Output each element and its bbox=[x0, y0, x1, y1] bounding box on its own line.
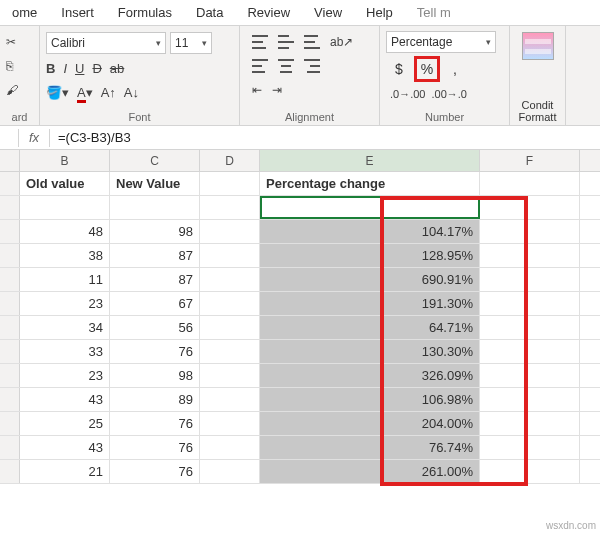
col-header-f[interactable]: F bbox=[480, 150, 580, 171]
cell-new[interactable]: 98 bbox=[110, 364, 200, 387]
cell[interactable] bbox=[480, 292, 580, 315]
cell[interactable] bbox=[480, 412, 580, 435]
cell-old[interactable]: 43 bbox=[20, 436, 110, 459]
cell-old[interactable]: 21 bbox=[20, 460, 110, 483]
cell[interactable] bbox=[480, 220, 580, 243]
cell-pct[interactable]: 64.71% bbox=[260, 316, 480, 339]
cell-new[interactable]: 87 bbox=[110, 268, 200, 291]
cell-pct[interactable]: 191.30% bbox=[260, 292, 480, 315]
cell-pct[interactable]: 106.98% bbox=[260, 388, 480, 411]
cell-pct[interactable]: 128.95% bbox=[260, 244, 480, 267]
align-left-icon[interactable] bbox=[252, 59, 268, 73]
cell-pct[interactable]: 76.74% bbox=[260, 436, 480, 459]
comma-format-button[interactable]: , bbox=[442, 56, 468, 82]
cell-new[interactable]: 67 bbox=[110, 292, 200, 315]
fill-color-button[interactable]: 🪣▾ bbox=[46, 85, 69, 100]
double-underline-button[interactable]: D bbox=[92, 61, 101, 76]
increase-indent-button[interactable]: ⇥ bbox=[272, 83, 282, 97]
cell[interactable] bbox=[480, 172, 580, 195]
percent-format-button[interactable]: % bbox=[414, 56, 440, 82]
cell[interactable] bbox=[200, 292, 260, 315]
header-old-value[interactable]: Old value bbox=[20, 172, 110, 195]
cell-new[interactable]: 76 bbox=[110, 412, 200, 435]
font-size-select[interactable]: 11▾ bbox=[170, 32, 212, 54]
cell[interactable] bbox=[200, 436, 260, 459]
cell-old[interactable]: 11 bbox=[20, 268, 110, 291]
cell-new[interactable]: 56 bbox=[110, 316, 200, 339]
formula-input[interactable]: =(C3-B3)/B3 bbox=[50, 130, 600, 145]
decrease-font-button[interactable]: A↓ bbox=[124, 85, 139, 100]
decrease-decimal-button[interactable]: .00→.0 bbox=[431, 88, 466, 100]
tab-review[interactable]: Review bbox=[235, 0, 302, 25]
orientation-button[interactable]: ab↗ bbox=[330, 35, 353, 49]
cell-old[interactable]: 33 bbox=[20, 340, 110, 363]
cell[interactable] bbox=[200, 172, 260, 195]
cell[interactable] bbox=[480, 364, 580, 387]
cell-old[interactable]: 25 bbox=[20, 412, 110, 435]
col-header-b[interactable]: B bbox=[20, 150, 110, 171]
header-percentage-change[interactable]: Percentage change bbox=[260, 172, 480, 195]
cell[interactable] bbox=[200, 340, 260, 363]
cell[interactable] bbox=[200, 244, 260, 267]
format-painter-icon[interactable]: 🖌 bbox=[6, 83, 18, 97]
cell-new[interactable]: 87 bbox=[110, 244, 200, 267]
bold-button[interactable]: B bbox=[46, 61, 55, 76]
tab-view[interactable]: View bbox=[302, 0, 354, 25]
conditional-formatting-icon[interactable] bbox=[522, 32, 554, 60]
col-header-d[interactable]: D bbox=[200, 150, 260, 171]
font-color-button[interactable]: A▾ bbox=[77, 85, 93, 100]
align-top-icon[interactable] bbox=[252, 35, 268, 49]
cell-new[interactable]: 89 bbox=[110, 388, 200, 411]
increase-font-button[interactable]: A↑ bbox=[101, 85, 116, 100]
cell-old[interactable]: 38 bbox=[20, 244, 110, 267]
tab-formulas[interactable]: Formulas bbox=[106, 0, 184, 25]
cell[interactable] bbox=[480, 316, 580, 339]
cell[interactable] bbox=[200, 460, 260, 483]
cell[interactable] bbox=[480, 388, 580, 411]
cut-icon[interactable]: ✂ bbox=[6, 35, 16, 49]
cell-pct[interactable]: 690.91% bbox=[260, 268, 480, 291]
cell-old[interactable]: 48 bbox=[20, 220, 110, 243]
number-format-select[interactable]: Percentage▾ bbox=[386, 31, 496, 53]
cell-pct[interactable]: 326.09% bbox=[260, 364, 480, 387]
italic-button[interactable]: I bbox=[63, 61, 67, 76]
header-new-value[interactable]: New Value bbox=[110, 172, 200, 195]
cell-old[interactable]: 43 bbox=[20, 388, 110, 411]
col-header-c[interactable]: C bbox=[110, 150, 200, 171]
tab-help[interactable]: Help bbox=[354, 0, 405, 25]
tab-insert[interactable]: Insert bbox=[49, 0, 106, 25]
copy-icon[interactable]: ⎘ bbox=[6, 59, 13, 73]
accounting-format-button[interactable]: $ bbox=[386, 56, 412, 82]
cell[interactable] bbox=[200, 364, 260, 387]
cell-pct[interactable]: 104.17% bbox=[260, 220, 480, 243]
cell-new[interactable]: 76 bbox=[110, 460, 200, 483]
cell-old[interactable]: 34 bbox=[20, 316, 110, 339]
cell-new[interactable]: 98 bbox=[110, 220, 200, 243]
align-center-icon[interactable] bbox=[278, 59, 294, 73]
cell[interactable] bbox=[200, 388, 260, 411]
cell[interactable] bbox=[200, 220, 260, 243]
cell-old[interactable]: 23 bbox=[20, 364, 110, 387]
cell[interactable] bbox=[480, 340, 580, 363]
col-header-e[interactable]: E bbox=[260, 150, 480, 171]
underline-button[interactable]: U bbox=[75, 61, 84, 76]
cell-pct[interactable]: 204.00% bbox=[260, 412, 480, 435]
decrease-indent-button[interactable]: ⇤ bbox=[252, 83, 262, 97]
strikethrough-button[interactable]: ab bbox=[110, 61, 124, 76]
cell[interactable] bbox=[480, 436, 580, 459]
cell-new[interactable]: 76 bbox=[110, 436, 200, 459]
cell[interactable] bbox=[200, 412, 260, 435]
cell[interactable] bbox=[200, 316, 260, 339]
cell[interactable] bbox=[480, 460, 580, 483]
align-bottom-icon[interactable] bbox=[304, 35, 320, 49]
align-right-icon[interactable] bbox=[304, 59, 320, 73]
cell[interactable] bbox=[480, 244, 580, 267]
cell-pct[interactable]: 261.00% bbox=[260, 460, 480, 483]
cell[interactable] bbox=[480, 268, 580, 291]
cell-pct[interactable]: 130.30% bbox=[260, 340, 480, 363]
increase-decimal-button[interactable]: .0→.00 bbox=[390, 88, 425, 100]
cell[interactable] bbox=[200, 268, 260, 291]
tell-me[interactable]: Tell m bbox=[405, 0, 463, 25]
cell-old[interactable]: 23 bbox=[20, 292, 110, 315]
font-name-select[interactable]: Calibri▾ bbox=[46, 32, 166, 54]
